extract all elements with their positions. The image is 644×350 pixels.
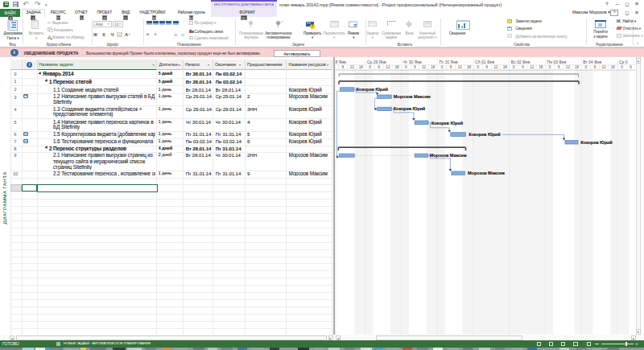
svg-text:6: 6	[630, 65, 632, 69]
svg-text:Морозов Максим: Морозов Максим	[430, 153, 467, 158]
svg-text:Сб 01 Фев: Сб 01 Фев	[475, 60, 494, 64]
svg-text:0: 0	[441, 65, 444, 69]
svg-text:12: 12	[602, 65, 607, 69]
svg-text:Чт 30 Янв: Чт 30 Янв	[403, 60, 422, 64]
svg-text:Кокорев Юрий: Кокорев Юрий	[357, 87, 389, 92]
svg-text:6: 6	[414, 65, 416, 69]
svg-text:18: 18	[503, 65, 508, 69]
svg-text:18: 18	[395, 65, 400, 69]
svg-text:12: 12	[422, 65, 427, 69]
svg-text:6: 6	[450, 65, 452, 69]
svg-text:Вс 02 Фев: Вс 02 Фев	[511, 60, 530, 64]
svg-text:0: 0	[621, 65, 623, 69]
svg-text:Морозов Максим: Морозов Максим	[394, 94, 431, 99]
svg-text:0: 0	[369, 65, 371, 69]
svg-text:Вт 04 Фев: Вт 04 Фев	[583, 60, 601, 64]
svg-text:Ср 29 Янв: Ср 29 Янв	[367, 60, 386, 64]
svg-text:18: 18	[467, 65, 472, 69]
svg-text:0: 0	[584, 65, 587, 69]
svg-text:18: 18	[575, 65, 580, 69]
svg-text:12: 12	[493, 65, 498, 69]
svg-text:12: 12	[458, 65, 463, 69]
svg-text:0: 0	[477, 65, 479, 69]
svg-text:Кокорев Юрий: Кокорев Юрий	[394, 106, 426, 111]
svg-text:6: 6	[342, 65, 345, 69]
svg-text:12: 12	[566, 65, 571, 69]
svg-text:12: 12	[530, 65, 535, 69]
svg-text:Пн 03 Фев: Пн 03 Фев	[547, 60, 567, 64]
svg-text:Ср 0: Ср 0	[619, 60, 628, 64]
svg-text:18: 18	[431, 65, 436, 69]
svg-text:18: 18	[359, 65, 364, 69]
svg-text:12: 12	[350, 65, 355, 69]
svg-text:18: 18	[539, 65, 543, 69]
svg-text:6: 6	[594, 65, 597, 69]
svg-text:0: 0	[405, 65, 407, 69]
svg-text:8 Янв: 8 Янв	[336, 60, 347, 64]
svg-text:Кокорев Юрий: Кокорев Юрий	[469, 132, 501, 137]
svg-text:Кокорев Юрий: Кокорев Юрий	[431, 121, 464, 126]
svg-text:18: 18	[611, 65, 616, 69]
svg-text:Пт 31 Янв: Пт 31 Янв	[439, 60, 458, 64]
svg-text:6: 6	[558, 65, 560, 69]
svg-text:0: 0	[513, 65, 515, 69]
svg-text:Кокорев Юрий: Кокорев Юрий	[580, 140, 613, 145]
svg-text:6: 6	[522, 65, 524, 69]
svg-text:12: 12	[386, 65, 390, 69]
svg-text:0: 0	[549, 65, 551, 69]
svg-text:6: 6	[378, 65, 380, 69]
svg-text:6: 6	[486, 65, 489, 69]
svg-text:Морозов Максим: Морозов Максим	[468, 171, 505, 175]
